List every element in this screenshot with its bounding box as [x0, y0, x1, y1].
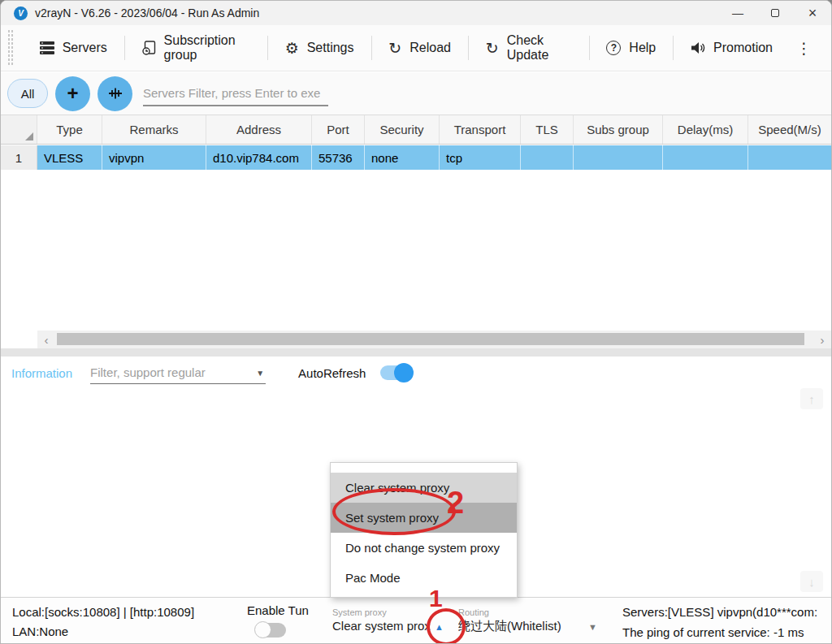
horizontal-scrollbar[interactable]: ‹ › — [37, 331, 831, 348]
scroll-down-button[interactable]: ↓ — [800, 571, 823, 592]
autorefresh-label: AutoRefresh — [298, 366, 366, 380]
reload-button[interactable]: ↻ Reload — [371, 25, 468, 71]
subscription-group-label: Subscription group — [164, 33, 250, 63]
cell-transport[interactable]: tcp — [440, 145, 521, 170]
toggle-knob — [394, 363, 414, 383]
column-header-transport[interactable]: Transport — [440, 115, 521, 144]
servers-label: Servers — [63, 41, 107, 55]
scroll-left-button[interactable]: ‹ — [37, 331, 55, 348]
cell-remarks[interactable]: vipvpn — [102, 145, 206, 170]
minimize-icon: — — [732, 6, 743, 19]
reload-icon: ↻ — [388, 41, 401, 56]
annotation-circle-step1 — [427, 608, 466, 644]
local-ports-text: Local:[socks:10808] | [http:10809] — [12, 603, 194, 622]
help-button[interactable]: ? Help — [589, 25, 673, 71]
table-row[interactable]: 1 VLESS vipvpn d10.vip784.com 55736 none… — [1, 145, 831, 170]
add-group-button[interactable]: + — [55, 76, 90, 111]
scroll-left-icon: ‹ — [45, 333, 49, 347]
servers-filter-input[interactable] — [143, 80, 328, 106]
ping-text: The ping of current service: -1 ms — [622, 622, 817, 642]
status-bar: Local:[socks:10808] | [http:10809] LAN:N… — [1, 597, 831, 644]
system-proxy-value[interactable]: Clear system prox — [332, 619, 433, 633]
servers-button[interactable]: Servers — [23, 25, 124, 71]
check-update-label: Check Update — [507, 33, 572, 63]
column-header-address[interactable]: Address — [206, 115, 312, 144]
column-header-subs-group[interactable]: Subs group — [574, 115, 663, 144]
title-bar: V v2rayN - V6.26 - 2023/06/04 - Run As A… — [1, 1, 831, 25]
current-server-text: Servers:[VLESS] vipvpn(d10***com: — [622, 602, 817, 622]
settings-label: Settings — [307, 41, 354, 55]
cell-port[interactable]: 55736 — [312, 145, 365, 170]
subscription-group-button[interactable]: Subscription group — [125, 25, 267, 71]
close-button[interactable]: × — [794, 1, 831, 25]
column-header-speed[interactable]: Speed(M/s) — [748, 115, 831, 144]
cell-delay[interactable] — [663, 145, 748, 170]
app-logo-icon: V — [14, 6, 28, 20]
window-controls: — × — [719, 1, 831, 25]
enable-tun-label: Enable Tun — [247, 603, 309, 617]
scroll-down-icon: ↓ — [808, 575, 815, 589]
more-icon: ⋮ — [796, 40, 812, 57]
annotation-number-2: 2 — [447, 486, 464, 521]
close-icon: × — [808, 5, 817, 22]
promotion-label: Promotion — [713, 41, 773, 55]
select-all-corner[interactable] — [1, 115, 37, 144]
cell-subs-group[interactable] — [574, 145, 663, 170]
group-all-button[interactable]: All — [7, 79, 48, 108]
panel-splitter[interactable] — [1, 348, 831, 357]
more-menu-button[interactable]: ⋮ — [790, 39, 818, 58]
menu-item-pac-mode[interactable]: Pac Mode — [331, 563, 517, 593]
lan-text: LAN:None — [12, 622, 194, 642]
cell-security[interactable]: none — [365, 145, 440, 170]
servers-icon — [40, 41, 54, 54]
cell-type[interactable]: VLESS — [37, 145, 102, 170]
reload-label: Reload — [410, 41, 451, 55]
help-icon: ? — [606, 41, 621, 55]
scroll-up-button[interactable]: ↑ — [800, 388, 823, 409]
cell-tls[interactable] — [521, 145, 574, 170]
scroll-right-button[interactable]: › — [813, 331, 831, 348]
column-header-port[interactable]: Port — [312, 115, 365, 144]
scroll-up-icon: ↑ — [808, 392, 815, 406]
menu-item-do-not-change-system-proxy[interactable]: Do not change system proxy — [331, 533, 517, 563]
help-label: Help — [629, 41, 656, 55]
log-filter-dropdown[interactable]: ▼ — [90, 362, 266, 384]
chevron-down-icon[interactable]: ▼ — [588, 622, 597, 632]
promotion-icon — [691, 41, 705, 54]
settings-button[interactable]: ⚙ Settings — [268, 25, 371, 71]
select-all-triangle-icon — [25, 132, 33, 140]
information-bar: Information ▼ AutoRefresh — [1, 357, 831, 389]
minimize-button[interactable]: — — [719, 1, 756, 25]
column-header-type[interactable]: Type — [37, 115, 102, 144]
check-update-icon: ↻ — [486, 41, 499, 56]
row-header[interactable]: 1 — [1, 145, 37, 170]
column-header-security[interactable]: Security — [365, 115, 440, 144]
tab-information[interactable]: Information — [11, 366, 72, 380]
cell-speed[interactable] — [748, 145, 831, 170]
column-header-delay[interactable]: Delay(ms) — [663, 115, 748, 144]
column-header-tls[interactable]: TLS — [521, 115, 574, 144]
scroll-right-icon: › — [821, 333, 825, 347]
log-filter-input[interactable] — [90, 362, 245, 383]
fit-columns-button[interactable] — [98, 76, 132, 111]
routing-value[interactable]: 绕过大陆(Whitelist) — [458, 619, 603, 634]
routing-label: Routing — [458, 607, 603, 617]
check-update-button[interactable]: ↻ Check Update — [469, 25, 589, 71]
gear-icon: ⚙ — [285, 41, 299, 56]
promotion-button[interactable]: Promotion — [674, 25, 790, 71]
routing-dropdown[interactable]: Routing 绕过大陆(Whitelist) ▼ — [458, 607, 603, 634]
cell-address[interactable]: d10.vip784.com — [206, 145, 312, 170]
server-filter-bar: All + — [1, 72, 831, 115]
enable-tun-toggle[interactable] — [255, 623, 286, 638]
app-window: V v2rayN - V6.26 - 2023/06/04 - Run As A… — [0, 0, 832, 644]
toolbar-grip[interactable] — [7, 29, 13, 67]
maximize-button[interactable] — [756, 1, 794, 25]
window-title: v2rayN - V6.26 - 2023/06/04 - Run As Adm… — [35, 6, 259, 19]
fit-columns-icon — [108, 86, 123, 101]
autorefresh-toggle[interactable] — [380, 365, 411, 380]
plus-icon: + — [67, 82, 78, 105]
horizontal-scrollbar-thumb[interactable] — [57, 333, 804, 345]
maximize-icon — [771, 9, 779, 17]
column-header-remarks[interactable]: Remarks — [102, 115, 206, 144]
server-table-header: Type Remarks Address Port Security Trans… — [1, 115, 831, 145]
